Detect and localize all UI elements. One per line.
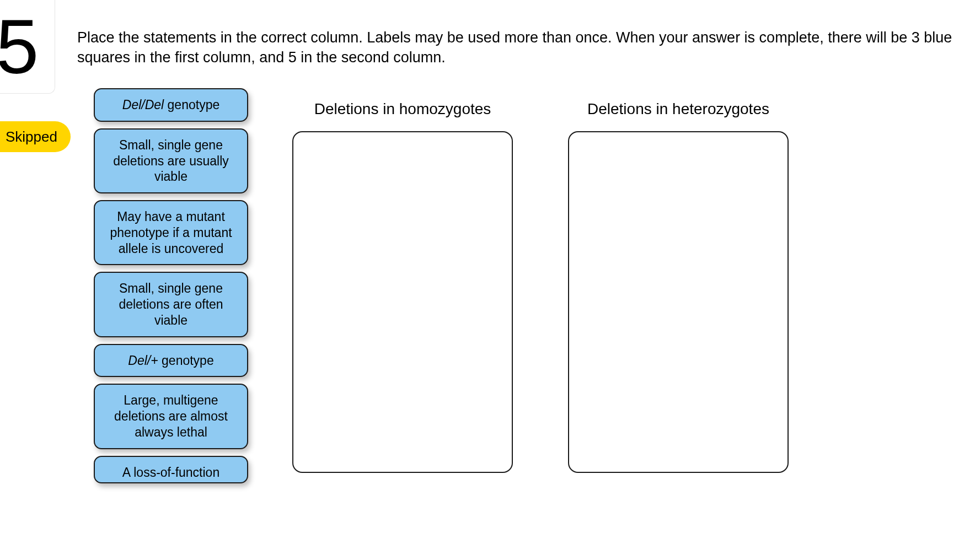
label-text: A loss-of-function [122, 465, 219, 480]
draggable-label[interactable]: May have a mutant phenotype if a mutant … [94, 200, 248, 265]
label-italic: Del/+ [128, 353, 158, 368]
draggable-label[interactable]: Del/+ genotype [94, 344, 248, 378]
dropzone-heterozygotes[interactable] [568, 131, 789, 473]
label-text: genotype [158, 353, 214, 368]
label-text: May have a mutant phenotype if a mutant … [110, 209, 232, 256]
label-italic: Del/Del [122, 98, 164, 112]
question-instructions: Place the statements in the correct colu… [77, 28, 964, 68]
drag-drop-area: Del/Del genotype Small, single gene dele… [94, 88, 964, 560]
target-column-homozygotes: Deletions in homozygotes [292, 99, 513, 560]
question-number: 5 [0, 8, 39, 85]
question-page: 5 Skipped Place the statements in the co… [0, 0, 975, 560]
dropzone-homozygotes[interactable] [292, 131, 513, 473]
labels-column: Del/Del genotype Small, single gene dele… [94, 88, 248, 560]
draggable-label[interactable]: Small, single gene deletions are usually… [94, 128, 248, 193]
label-text: genotype [164, 98, 219, 112]
question-number-box: 5 [0, 0, 55, 94]
draggable-label[interactable]: Large, multigene deletions are almost al… [94, 384, 248, 449]
draggable-label[interactable]: Small, single gene deletions are often v… [94, 272, 248, 337]
draggable-label[interactable]: Del/Del genotype [94, 88, 248, 122]
draggable-label[interactable]: A loss-of-function [94, 456, 248, 484]
target-title: Deletions in heterozygotes [587, 99, 769, 119]
label-text: Large, multigene deletions are almost al… [114, 393, 228, 439]
label-text: Small, single gene deletions are usually… [113, 138, 229, 184]
status-badge[interactable]: Skipped [0, 121, 71, 152]
status-label: Skipped [6, 128, 57, 146]
target-column-heterozygotes: Deletions in heterozygotes [568, 99, 789, 560]
target-title: Deletions in homozygotes [314, 99, 491, 119]
target-columns: Deletions in homozygotes Deletions in he… [292, 88, 964, 560]
label-text: Small, single gene deletions are often v… [119, 281, 223, 327]
